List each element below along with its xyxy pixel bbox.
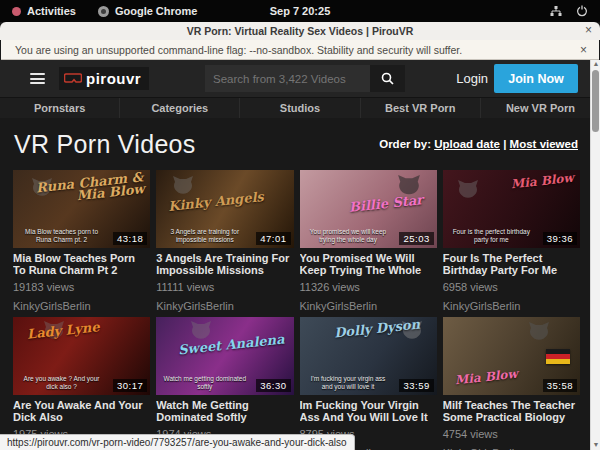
video-card[interactable]: Lady Lyne Are you awake ? And your dick …	[13, 317, 150, 450]
video-card[interactable]: Sweet Analena Watch me getting dominated…	[156, 317, 293, 450]
thumb-overlay-title: Mia Blow	[454, 368, 518, 386]
studio-link[interactable]: KinkyGirlsBerlin	[443, 300, 580, 312]
browser-title-bar: VR Porn: Virtual Reality Sex Videos | Pi…	[0, 22, 600, 40]
video-thumbnail[interactable]: Mia Blow 35:58	[443, 317, 580, 395]
search-button[interactable]	[370, 65, 405, 92]
video-thumbnail[interactable]: Mia Blow Four is the perfect birthday pa…	[443, 170, 580, 248]
site-header: pirouvr Login Join Now	[0, 60, 600, 97]
video-card[interactable]: Mia Blow Four is the perfect birthday pa…	[443, 170, 580, 312]
power-icon[interactable]	[576, 5, 588, 17]
studio-link[interactable]: KinkyGirlsBerlin	[156, 300, 293, 312]
thumb-caption: 3 Angels are training for impossible mis…	[162, 228, 247, 244]
studio-link[interactable]: KinkyGirlsBerlin	[13, 300, 150, 312]
video-title[interactable]: Four Is The Perfect Birthday Party For M…	[443, 252, 580, 276]
duration-badge: 36:30	[256, 379, 290, 392]
notification-dot-icon	[12, 7, 21, 16]
page-title: VR Porn Videos	[14, 130, 196, 159]
thumb-caption: I'm fucking your virgin ass and you will…	[306, 375, 391, 391]
studio-watermark-icon	[190, 321, 212, 341]
search-input[interactable]	[205, 65, 370, 92]
duration-badge: 39:36	[543, 232, 577, 245]
thumb-overlay-title: Mia Blow	[511, 173, 575, 191]
video-card[interactable]: Kinky Angels 3 Angels are training for i…	[156, 170, 293, 312]
view-count: 4754 views	[443, 428, 580, 440]
site-logo[interactable]: pirouvr	[59, 67, 149, 90]
system-top-bar: Activities Google Chrome Sep 7 20:25	[0, 0, 600, 22]
video-card[interactable]: Runa Charm & Mia Blow Mia Blow teaches p…	[13, 170, 150, 312]
studio-watermark-icon	[528, 322, 550, 342]
scroll-up-icon[interactable]: ▲	[592, 60, 600, 68]
studio-watermark-icon	[172, 176, 194, 196]
video-title[interactable]: Watch Me Getting Dominated Softly	[156, 399, 293, 423]
activities-button[interactable]: Activities	[27, 5, 76, 17]
login-link[interactable]: Login	[456, 71, 488, 86]
video-title[interactable]: 3 Angels Are Training For Impossible Mis…	[156, 252, 293, 276]
video-thumbnail[interactable]: Lady Lyne Are you awake ? And your dick …	[13, 317, 150, 395]
video-title[interactable]: Im Fucking Your Virgin Ass And You Will …	[300, 399, 437, 423]
nav-item-categories[interactable]: Categories	[120, 98, 240, 118]
browser-app-menu[interactable]: Google Chrome	[115, 5, 198, 17]
duration-badge: 30:17	[113, 379, 147, 392]
order-by-label: Order by:	[379, 138, 431, 150]
network-icon[interactable]	[550, 5, 562, 17]
video-title[interactable]: Milf Teaches The Teacher Some Practical …	[443, 399, 580, 423]
thumb-caption: Four is the perfect birthday party for m…	[449, 228, 534, 244]
thumb-caption: Watch me getting dominated softly	[162, 375, 247, 391]
thumb-overlay-title: Billie Star	[348, 194, 423, 214]
german-flag	[546, 349, 570, 364]
order-link-most-viewed[interactable]: Most viewed	[510, 138, 578, 150]
desktop-screen: Activities Google Chrome Sep 7 20:25 VR …	[0, 0, 600, 450]
video-card[interactable]: Billie Star You promised we will keep tr…	[300, 170, 437, 312]
video-thumbnail[interactable]: Sweet Analena Watch me getting dominated…	[156, 317, 293, 395]
view-count: 11326 views	[300, 281, 437, 293]
thumb-caption: You promised we will keep trying the who…	[306, 228, 391, 244]
scrollbar[interactable]: ▲ ▼	[590, 60, 600, 450]
duration-badge: 25:03	[399, 232, 433, 245]
vr-goggles-icon	[64, 73, 82, 85]
hamburger-menu-icon[interactable]	[30, 73, 45, 84]
thumb-overlay-title: Runa Charm & Mia Blow	[13, 171, 145, 209]
thumb-caption: Are you awake ? And your dick also ?	[19, 375, 104, 391]
studio-watermark-icon	[457, 180, 479, 200]
scroll-down-icon[interactable]: ▼	[592, 441, 600, 449]
view-count: 19183 views	[13, 281, 150, 293]
tab-close-icon[interactable]: ×	[585, 23, 592, 37]
duration-badge: 33:59	[399, 379, 433, 392]
search-icon	[381, 72, 394, 85]
video-thumbnail[interactable]: Kinky Angels 3 Angels are training for i…	[156, 170, 293, 248]
nav-item-new-vr-porn[interactable]: New VR Porn	[481, 98, 600, 118]
video-grid: Runa Charm & Mia Blow Mia Blow teaches p…	[0, 170, 600, 450]
order-separator: |	[503, 138, 506, 150]
duration-badge: 47:01	[256, 232, 290, 245]
thumb-caption: Mia Blow teaches porn to Runa Charm pt. …	[19, 228, 104, 244]
video-card[interactable]: Dolly Dyson I'm fucking your virgin ass …	[300, 317, 437, 450]
video-title[interactable]: You Promised We Will Keep Trying The Who…	[300, 252, 437, 276]
video-card[interactable]: Mia Blow 35:58 Milf Teaches The Teacher …	[443, 317, 580, 450]
warning-message: You are using an unsupported command-lin…	[1, 44, 580, 56]
video-thumbnail[interactable]: Billie Star You promised we will keep tr…	[300, 170, 437, 248]
order-link-upload-date[interactable]: Upload date	[434, 138, 500, 150]
warning-close-icon[interactable]: ×	[580, 43, 599, 57]
video-title[interactable]: Mia Blow Teaches Porn To Runa Charm Pt 2	[13, 252, 150, 276]
scrollbar-thumb[interactable]	[592, 70, 599, 132]
page-viewport: pirouvr Login Join Now Pornstars Categor…	[0, 60, 600, 450]
warning-bar: You are using an unsupported command-lin…	[1, 40, 599, 60]
nav-item-studios[interactable]: Studios	[240, 98, 360, 118]
video-thumbnail[interactable]: Dolly Dyson I'm fucking your virgin ass …	[300, 317, 437, 395]
status-bar-url: https://pirouvr.com/vr-porn-video/779325…	[0, 434, 355, 450]
page-head: VR Porn Videos Order by: Upload date | M…	[0, 118, 600, 170]
video-title[interactable]: Are You Awake And Your Dick Also	[13, 399, 150, 423]
join-now-button[interactable]: Join Now	[494, 64, 578, 93]
nav-item-best-vr-porn[interactable]: Best VR Porn	[361, 98, 481, 118]
nav-item-pornstars[interactable]: Pornstars	[0, 98, 120, 118]
main-nav: Pornstars Categories Studios Best VR Por…	[0, 97, 600, 118]
studio-link[interactable]: KinkyGirlsBerlin	[300, 300, 437, 312]
duration-badge: 35:58	[543, 379, 577, 392]
tab-title: VR Porn: Virtual Reality Sex Videos | Pi…	[0, 25, 600, 37]
duration-badge: 43:18	[113, 232, 147, 245]
order-by: Order by: Upload date | Most viewed	[379, 138, 578, 150]
video-thumbnail[interactable]: Runa Charm & Mia Blow Mia Blow teaches p…	[13, 170, 150, 248]
view-count: 11111 views	[156, 281, 293, 293]
logo-text: pirouvr	[86, 70, 141, 87]
view-count: 6958 views	[443, 281, 580, 293]
